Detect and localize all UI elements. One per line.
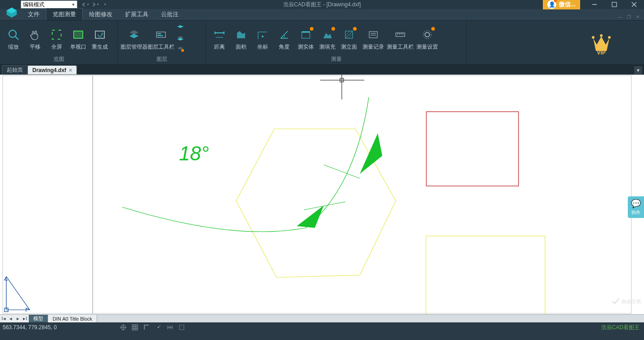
- svg-rect-12: [157, 32, 165, 37]
- tab-start[interactable]: 起始页: [2, 65, 28, 74]
- ribbon-group-measure: 距离 面积 坐标 角度 测实体 测填充 测立面 测量记录 测量工具栏 测量设置 …: [206, 21, 467, 64]
- menu-ext-tools[interactable]: 扩展工具: [119, 9, 155, 20]
- sb-polar-icon[interactable]: [155, 324, 162, 331]
- measure-solid-button[interactable]: 测实体: [295, 26, 317, 51]
- qat-dropdown[interactable]: ▾: [101, 0, 109, 9]
- sb-ortho-icon[interactable]: [143, 324, 150, 331]
- svg-rect-8: [52, 30, 61, 39]
- menu-edit-draw[interactable]: 绘图修改: [83, 9, 119, 20]
- zoom-button[interactable]: 缩放: [3, 26, 24, 51]
- drawing-canvas[interactable]: 18° 💬 协作 自由互联: [0, 75, 644, 314]
- single-view-button[interactable]: 单视口: [67, 26, 89, 51]
- measure-toolbar-button[interactable]: 测量工具栏: [387, 26, 414, 51]
- minimize-button[interactable]: [585, 0, 604, 9]
- badge-icon: [353, 27, 357, 31]
- badge-icon: [310, 27, 313, 31]
- sb-select-icon[interactable]: [178, 324, 185, 331]
- statusbar: 563.7344, 779.2845, 0 浩辰CAD看图王: [0, 322, 644, 332]
- child-minimize-button[interactable]: —: [615, 13, 624, 20]
- svg-text:VIP: VIP: [597, 50, 605, 56]
- nav-first[interactable]: I◂: [0, 316, 7, 322]
- tab-drawing4[interactable]: Drawing4.dxf×: [27, 65, 77, 74]
- layer-toolbar-button[interactable]: 图层工具栏: [148, 26, 174, 51]
- svg-point-15: [181, 49, 184, 52]
- mode-select-value: 编辑模式: [23, 1, 45, 9]
- nav-last[interactable]: ▸I: [22, 316, 29, 322]
- maximize-button[interactable]: [604, 0, 624, 9]
- menu-view-measure[interactable]: 览图测量: [46, 8, 83, 20]
- layer-manager-button[interactable]: 图层管理器: [121, 26, 148, 51]
- ribbon-group-view: 缩放 平移 全屏 单视口 重生成 览图: [0, 21, 118, 64]
- measure-section-button[interactable]: 测立面: [338, 26, 360, 51]
- zoom-icon: [7, 28, 20, 41]
- quick-access-toolbar: ▾ ▾ ▾: [81, 0, 109, 9]
- layout-tabs: I◂ ◂ ▸ ▸I 模型 DIN A0 Title Block: [0, 314, 644, 322]
- coord-button[interactable]: 坐标: [252, 26, 273, 51]
- sb-grid-icon[interactable]: [131, 324, 139, 331]
- badge-icon: [431, 27, 435, 31]
- angle-button[interactable]: 角度: [273, 26, 295, 51]
- tabs-dropdown[interactable]: ▾: [634, 66, 642, 74]
- hand-icon: [28, 28, 42, 41]
- svg-point-32: [425, 32, 429, 37]
- redo-button[interactable]: ▾: [91, 0, 99, 9]
- chat-icon: 💬: [631, 199, 641, 209]
- svg-rect-44: [426, 112, 519, 186]
- coord-icon: [256, 28, 269, 41]
- svg-point-33: [423, 31, 431, 39]
- layout-tab-sheet1[interactable]: DIN A0 Title Block: [48, 315, 97, 322]
- svg-line-7: [15, 36, 18, 40]
- child-close-button[interactable]: ✕: [633, 13, 642, 20]
- layer-stack-3[interactable]: [174, 45, 186, 54]
- ribbon: 缩放 平移 全屏 单视口 重生成 览图 图层管理器 图层工具栏 图层 距离 面积…: [0, 21, 644, 65]
- section-icon: [342, 28, 356, 41]
- watermark: 自由互联: [612, 297, 641, 305]
- svg-point-34: [592, 36, 595, 39]
- layer-quick-stack: [174, 23, 186, 54]
- area-button[interactable]: 面积: [230, 26, 252, 51]
- distance-button[interactable]: 距离: [209, 26, 230, 51]
- measure-fill-button[interactable]: 测填充: [317, 26, 338, 51]
- pan-button[interactable]: 平移: [24, 26, 46, 51]
- viewport-icon: [72, 28, 85, 41]
- fullscreen-button[interactable]: 全屏: [46, 26, 67, 51]
- wechat-login-button[interactable]: 👤 微信...: [543, 0, 580, 9]
- layout-tab-model[interactable]: 模型: [29, 315, 48, 322]
- area-icon: [234, 28, 248, 41]
- group-label-layer: 图层: [118, 54, 206, 64]
- close-tab-icon[interactable]: ×: [69, 67, 72, 73]
- status-coords: 563.7344, 779.2845, 0: [3, 324, 93, 331]
- svg-rect-14: [157, 35, 163, 36]
- undo-button[interactable]: ▾: [81, 0, 89, 9]
- collab-button[interactable]: 💬 协作: [628, 196, 644, 218]
- layers-icon: [127, 28, 141, 41]
- regen-button[interactable]: 重生成: [89, 26, 111, 51]
- measure-settings-button[interactable]: 测量设置: [414, 26, 441, 51]
- svg-rect-27: [396, 33, 405, 36]
- child-restore-button[interactable]: ❐: [624, 13, 633, 20]
- group-label-view: 览图: [0, 54, 117, 64]
- svg-rect-24: [369, 32, 377, 38]
- nav-next[interactable]: ▸: [14, 316, 22, 322]
- menu-cloud-annot[interactable]: 云批注: [155, 9, 185, 20]
- sb-offset-icon[interactable]: [166, 324, 174, 331]
- svg-rect-62: [179, 325, 184, 330]
- angle-icon: [277, 28, 291, 41]
- user-icon: 👤: [547, 0, 556, 9]
- mode-select[interactable]: 编辑模式 ▼: [21, 0, 77, 9]
- record-icon: [367, 28, 380, 41]
- layer-stack-2[interactable]: [174, 34, 186, 44]
- nav-prev[interactable]: ◂: [7, 316, 14, 322]
- vip-button[interactable]: VIP: [559, 21, 644, 64]
- regen-icon: [93, 28, 107, 41]
- menu-file[interactable]: 文件: [22, 9, 46, 20]
- svg-rect-38: [3, 76, 93, 313]
- svg-rect-9: [74, 31, 83, 38]
- sb-target-icon[interactable]: [120, 324, 127, 331]
- status-brand: 浩辰CAD看图王: [601, 324, 640, 331]
- ribbon-group-layer: 图层管理器 图层工具栏 图层: [118, 21, 206, 64]
- measure-record-button[interactable]: 测量记录: [360, 26, 387, 51]
- layer-stack-1[interactable]: [174, 23, 186, 33]
- fill-icon: [321, 28, 334, 41]
- close-button[interactable]: [624, 0, 644, 9]
